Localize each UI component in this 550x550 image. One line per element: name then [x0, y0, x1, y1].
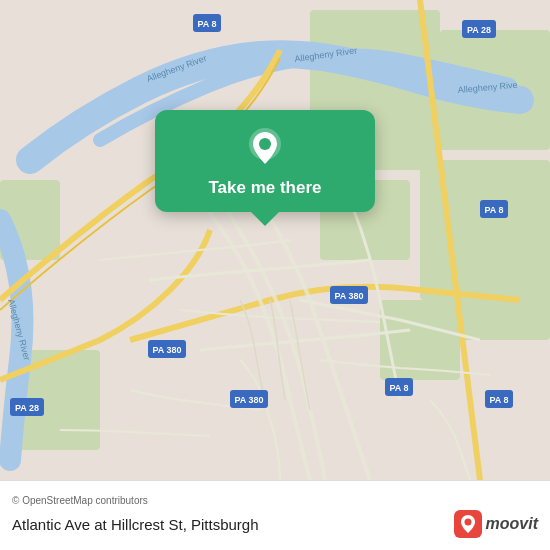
svg-text:PA 8: PA 8 [489, 395, 508, 405]
svg-point-34 [464, 519, 471, 526]
svg-text:PA 380: PA 380 [152, 345, 181, 355]
location-pin-icon [243, 126, 287, 170]
map-container: Allegheny River Allegheny River Alleghen… [0, 0, 550, 480]
bottom-bar: © OpenStreetMap contributors Atlantic Av… [0, 480, 550, 550]
svg-text:PA 28: PA 28 [15, 403, 39, 413]
location-name: Atlantic Ave at Hillcrest St, Pittsburgh [12, 516, 259, 533]
moovit-brand-icon [454, 510, 482, 538]
location-row: Atlantic Ave at Hillcrest St, Pittsburgh… [12, 510, 538, 538]
popup-label: Take me there [208, 178, 321, 198]
popup-card[interactable]: Take me there [155, 110, 375, 212]
svg-text:PA 8: PA 8 [389, 383, 408, 393]
moovit-logo: moovit [454, 510, 538, 538]
svg-point-32 [259, 138, 271, 150]
svg-text:PA 380: PA 380 [234, 395, 263, 405]
svg-text:PA 380: PA 380 [334, 291, 363, 301]
svg-text:PA 8: PA 8 [197, 19, 216, 29]
moovit-text-label: moovit [486, 515, 538, 533]
attribution: © OpenStreetMap contributors [12, 495, 538, 506]
svg-rect-7 [420, 160, 550, 300]
svg-text:PA 8: PA 8 [484, 205, 503, 215]
svg-text:PA 28: PA 28 [467, 25, 491, 35]
